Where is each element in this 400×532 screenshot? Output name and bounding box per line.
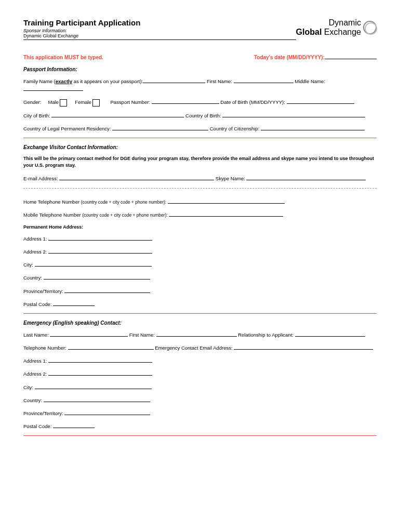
email-field[interactable] [59, 180, 214, 180]
contact-section-title: Exchange Visitor Contact Information: [23, 144, 377, 150]
perm-addr-label: Permanent Home Address: [23, 224, 377, 230]
city-field[interactable] [35, 266, 152, 267]
mobile-tel-row: Mobile Telephone Number (country code + … [23, 211, 377, 219]
em-email-field[interactable] [234, 349, 373, 350]
passport-section-title: Passport Information: [23, 66, 377, 72]
header: Training Participant Application Sponsor… [23, 18, 377, 40]
emergency-section-title: Emergency (English speaking) Contact: [23, 320, 377, 326]
country-field[interactable] [44, 279, 150, 280]
logo-text-top: Dynamic [329, 18, 361, 27]
sponsor-name: Dynamic Global Exchange [23, 33, 296, 40]
em-tel-field[interactable] [68, 349, 154, 350]
passport-number-field[interactable] [152, 103, 219, 104]
em-first-name-field[interactable] [156, 336, 237, 337]
gender-row: Gender: Male Female Passport Number: Dat… [23, 98, 377, 106]
female-checkbox[interactable] [92, 99, 100, 107]
divider-1 [23, 138, 377, 138]
page-title: Training Participant Application [23, 18, 296, 27]
citizenship-field[interactable] [261, 130, 365, 130]
email-row: E-mail Address: Skype Name: [23, 175, 377, 182]
dashed-divider [23, 188, 377, 189]
first-name-field[interactable] [234, 83, 294, 83]
em-postal-field[interactable] [53, 428, 95, 428]
home-tel-field[interactable] [168, 203, 285, 204]
typed-notice: This application MUST be typed. [23, 55, 103, 60]
province-field[interactable] [64, 292, 150, 293]
emergency-tel-row: Telephone Number: Emergency Contact Emai… [23, 344, 377, 352]
em-address1-field[interactable] [48, 362, 152, 363]
logo-text-global: Global [296, 28, 322, 36]
logo-text-exchange: Exchange [324, 28, 361, 36]
name-row: Family Name (exactly as it appears on yo… [23, 77, 377, 93]
sponsor-label: Sponsor Information: [23, 28, 296, 33]
em-province-field[interactable] [64, 415, 150, 415]
male-checkbox[interactable] [60, 99, 67, 107]
divider-2 [23, 313, 377, 314]
divider-3 [23, 435, 377, 436]
city-birth-field[interactable] [51, 117, 184, 117]
home-tel-row: Home Telephone Number (country code + ci… [23, 198, 377, 206]
em-country-field[interactable] [44, 402, 150, 402]
logo-circle-icon [363, 21, 377, 34]
date-label: Today's date (MM/DD/YYYY): [254, 55, 377, 60]
notice-row: This application MUST be typed. Today's … [23, 55, 377, 60]
address2-field[interactable] [48, 253, 152, 254]
residency-field[interactable] [112, 130, 208, 130]
mobile-tel-field[interactable] [169, 216, 283, 217]
birth-row: City of Birth: Country of Birth: [23, 112, 377, 119]
postal-field[interactable] [53, 305, 95, 306]
contact-note: This will be the primary contact method … [23, 155, 377, 168]
em-city-field[interactable] [35, 389, 152, 389]
dob-field[interactable] [287, 103, 354, 104]
family-name-field[interactable] [143, 83, 205, 83]
em-address2-field[interactable] [48, 375, 152, 376]
logo: Dynamic Global Exchange [296, 18, 377, 36]
em-relationship-field[interactable] [295, 336, 365, 337]
country-birth-field[interactable] [222, 117, 365, 117]
skype-field[interactable] [246, 180, 366, 180]
em-last-name-field[interactable] [50, 336, 128, 337]
emergency-name-row: Last Name: First Name: Relationship to A… [23, 331, 377, 339]
residency-row: Country of Legal Permanent Residency: Co… [23, 125, 377, 132]
address1-field[interactable] [48, 240, 152, 241]
middle-name-field[interactable] [23, 90, 83, 91]
